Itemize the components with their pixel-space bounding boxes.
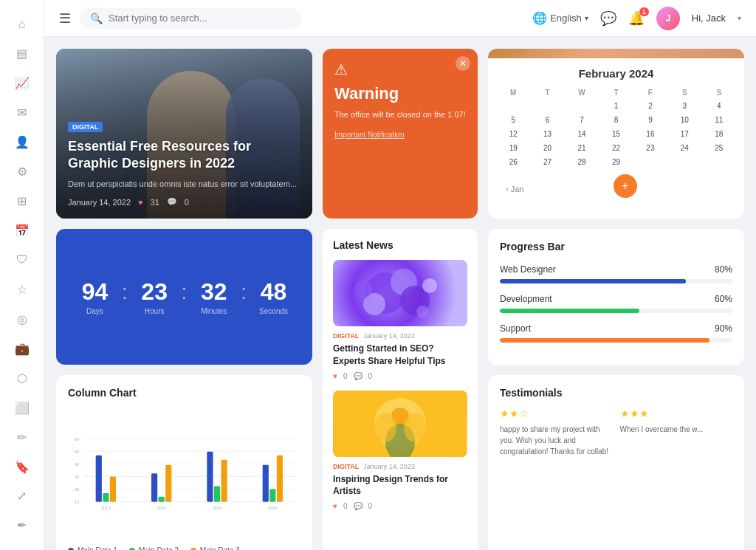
avatar[interactable]: J bbox=[656, 7, 680, 30]
cal-day-20[interactable]: 20 bbox=[531, 142, 563, 154]
cal-day-8[interactable]: 8 bbox=[599, 114, 632, 126]
hero-badge: DIGITAL bbox=[68, 122, 103, 132]
cal-day-15[interactable]: 15 bbox=[599, 128, 632, 140]
cal-day-12[interactable]: 12 bbox=[497, 128, 529, 140]
calendar-icon[interactable]: 📅 bbox=[9, 219, 35, 244]
news-item-2-heart: ♥ bbox=[333, 502, 337, 510]
chart-icon[interactable]: 📈 bbox=[9, 71, 35, 96]
search-bar[interactable]: 🔍 bbox=[80, 8, 301, 29]
testimonials-card: Testimonials ★★☆ happy to share my proje… bbox=[488, 375, 744, 550]
notifications-button[interactable]: 🔔 1 bbox=[628, 10, 645, 27]
file-icon[interactable]: ▤ bbox=[9, 41, 35, 66]
cal-day-28[interactable]: 28 bbox=[566, 156, 598, 168]
progress-item-development-bar-bg bbox=[500, 309, 732, 313]
link-icon[interactable]: ⤢ bbox=[9, 484, 35, 509]
cal-day-27[interactable]: 27 bbox=[531, 156, 563, 168]
settings-icon[interactable]: ⚙ bbox=[9, 159, 35, 185]
legend-item-2: Main Data 2 bbox=[129, 546, 179, 550]
countdown-hours-value: 23 bbox=[141, 278, 168, 306]
countdown-minutes-value: 32 bbox=[201, 278, 227, 306]
cal-day-2[interactable]: 2 bbox=[634, 100, 667, 112]
chevron-down-icon: ▾ bbox=[585, 14, 588, 22]
warning-close-button[interactable]: ✕ bbox=[456, 56, 470, 71]
svg-point-5 bbox=[422, 278, 437, 293]
news-item-2-image bbox=[333, 391, 467, 457]
countdown-seconds-value: 48 bbox=[261, 278, 287, 306]
cal-day-13[interactable]: 13 bbox=[531, 128, 563, 140]
svg-text:60: 60 bbox=[75, 437, 79, 441]
star-icon[interactable]: ☆ bbox=[9, 277, 35, 302]
cal-day-29[interactable]: 29 bbox=[599, 156, 632, 168]
countdown-days-label: Days bbox=[86, 307, 103, 315]
svg-text:2015: 2015 bbox=[268, 506, 277, 510]
news-item-1-heart: ♥ bbox=[333, 372, 337, 380]
cal-day-24[interactable]: 24 bbox=[668, 142, 701, 154]
testimonial-1-stars: ★★☆ bbox=[500, 408, 613, 419]
news-item-1-comments: 0 bbox=[368, 372, 373, 380]
cal-day-17[interactable]: 17 bbox=[668, 128, 701, 140]
legend-dot-2 bbox=[129, 548, 135, 551]
layers-icon[interactable]: ⬡ bbox=[9, 365, 35, 391]
cal-day-9[interactable]: 9 bbox=[634, 114, 667, 126]
cal-header-m: M bbox=[497, 87, 529, 98]
bag-icon[interactable]: 💼 bbox=[9, 336, 35, 361]
cal-day-16[interactable]: 16 bbox=[634, 128, 667, 140]
user-greeting[interactable]: Hi, Jack bbox=[692, 13, 726, 24]
user-icon[interactable]: 👤 bbox=[9, 130, 35, 155]
pen-icon[interactable]: ✒ bbox=[9, 513, 35, 538]
progress-item-support: Support 90% bbox=[500, 323, 732, 343]
hero-title: Essential Free Resources for Graphic Des… bbox=[68, 138, 300, 173]
cal-day-23[interactable]: 23 bbox=[634, 142, 667, 154]
cal-day-21[interactable]: 21 bbox=[566, 142, 598, 154]
topbar-right: 🌐 English ▾ 💬 🔔 1 J Hi, Jack ▾ bbox=[532, 7, 741, 30]
svg-rect-34 bbox=[263, 465, 269, 502]
progress-title: Progress Bar bbox=[500, 241, 732, 252]
layout-icon[interactable]: ⬜ bbox=[9, 395, 35, 420]
cal-day-1[interactable]: 1 bbox=[599, 100, 632, 112]
news-card: Latest News DIGITAL Janua bbox=[323, 229, 478, 550]
news-item-2-likes: 0 bbox=[343, 502, 348, 510]
countdown-hours-label: Hours bbox=[145, 307, 165, 315]
news-item-1-title[interactable]: Getting Started in SEO? Experts Share He… bbox=[333, 343, 467, 368]
calendar-add-button[interactable]: + bbox=[614, 174, 637, 198]
warning-link[interactable]: Important Notification bbox=[334, 131, 466, 139]
bookmark-icon[interactable]: 🔖 bbox=[9, 454, 35, 479]
home-icon[interactable]: ⌂ bbox=[9, 12, 35, 37]
language-selector[interactable]: 🌐 English ▾ bbox=[532, 11, 588, 25]
search-icon: 🔍 bbox=[90, 13, 103, 24]
cal-day-10[interactable]: 10 bbox=[668, 114, 701, 126]
cal-day-26[interactable]: 26 bbox=[497, 156, 529, 168]
cal-day-6[interactable]: 6 bbox=[531, 114, 563, 126]
cal-day-19[interactable]: 19 bbox=[497, 142, 529, 154]
grid-icon[interactable]: ⊞ bbox=[9, 189, 35, 214]
cal-day-empty2 bbox=[531, 100, 563, 112]
edit-icon[interactable]: ✏ bbox=[9, 424, 35, 450]
cal-day-14[interactable]: 14 bbox=[566, 128, 598, 140]
cal-day-7[interactable]: 7 bbox=[566, 114, 598, 126]
news-item-1-badge: DIGITAL bbox=[333, 332, 359, 340]
cal-day-25[interactable]: 25 bbox=[703, 142, 735, 154]
countdown-days: 94 Days bbox=[71, 278, 119, 315]
svg-rect-31 bbox=[207, 452, 213, 502]
hero-card: DIGITAL Essential Free Resources for Gra… bbox=[56, 49, 312, 219]
search-input[interactable] bbox=[109, 13, 291, 24]
cal-day-22[interactable]: 22 bbox=[599, 142, 632, 154]
hero-meta: January 14, 2022 ♥ 31 💬 0 bbox=[68, 197, 300, 207]
mail-icon[interactable]: ✉ bbox=[9, 100, 35, 126]
shield-icon[interactable]: 🛡 bbox=[9, 248, 35, 273]
cal-day-18[interactable]: 18 bbox=[703, 128, 735, 140]
menu-button[interactable]: ☰ bbox=[59, 10, 71, 27]
legend-dot-3 bbox=[190, 548, 196, 551]
news-item-2-title[interactable]: Inspiring Design Trends for Artists bbox=[333, 473, 467, 498]
user-menu-chevron[interactable]: ▾ bbox=[738, 14, 741, 22]
news-item-1: DIGITAL January 14, 2022 Getting Started… bbox=[333, 260, 467, 380]
messages-button[interactable]: 💬 bbox=[600, 10, 616, 27]
cal-day-empty1 bbox=[497, 100, 529, 112]
cal-day-3[interactable]: 3 bbox=[668, 100, 701, 112]
cal-day-5[interactable]: 5 bbox=[497, 114, 529, 126]
progress-item-support-bar-fill bbox=[500, 338, 709, 343]
cal-day-4[interactable]: 4 bbox=[703, 100, 735, 112]
cal-day-11[interactable]: 11 bbox=[703, 114, 735, 126]
location-icon[interactable]: ◎ bbox=[9, 306, 35, 331]
calendar-prev-button[interactable]: ‹ Jan bbox=[506, 185, 523, 193]
